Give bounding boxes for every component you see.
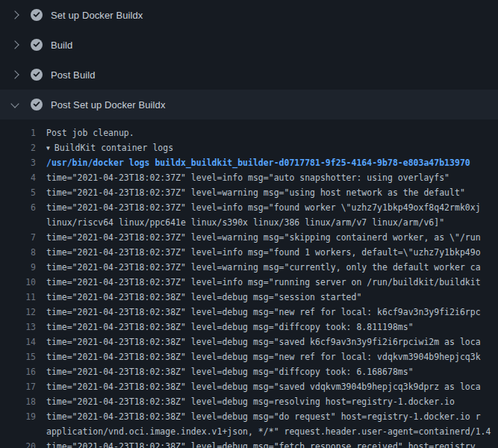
log-line: linux/riscv64 linux/ppc641e linux/s390x …	[0, 215, 498, 230]
section-header-post-set-up-docker-buildx[interactable]: Post Set up Docker Buildx	[0, 90, 498, 119]
log-line: 7 time="2021-04-23T18:02:37Z" level=warn…	[0, 230, 498, 245]
chevron-icon	[10, 10, 19, 19]
line-number[interactable]: 13	[0, 320, 46, 335]
line-number[interactable]: 11	[0, 290, 46, 305]
chevron-icon	[10, 70, 19, 78]
line-text-content: /usr/bin/docker logs buildx_buildkit_bui…	[46, 158, 470, 168]
line-number[interactable]: 4	[0, 170, 46, 185]
line-text: time="2021-04-23T18:02:37Z" level=info m…	[46, 245, 498, 260]
step-success-icon	[31, 9, 43, 21]
line-text: linux/riscv64 linux/ppc641e linux/s390x …	[46, 215, 498, 230]
section-header-set-up-docker-buildx[interactable]: Set up Docker Buildx	[0, 0, 498, 30]
line-text-content: linux/riscv64 linux/ppc641e linux/s390x …	[46, 217, 444, 228]
line-text-content: time="2021-04-23T18:02:38Z" level=debug …	[46, 367, 414, 377]
line-number[interactable]: 2	[0, 140, 46, 155]
group-toggle-icon[interactable]: ▼	[46, 145, 50, 152]
section-label: Post Build	[51, 69, 96, 81]
log-line: 12 time="2021-04-23T18:02:38Z" level=deb…	[0, 305, 498, 320]
section-header-build[interactable]: Build	[0, 30, 498, 60]
line-text-content: BuildKit container logs	[55, 143, 173, 153]
line-number[interactable]: 5	[0, 185, 46, 200]
line-text: time="2021-04-23T18:02:38Z" level=debug …	[46, 349, 498, 364]
line-number[interactable]: 14	[0, 335, 46, 349]
workflow-log-viewer: Set up Docker Buildx Build Post Build	[0, 0, 498, 448]
line-text-content: time="2021-04-23T18:02:38Z" level=debug …	[46, 396, 455, 407]
line-number[interactable]: 19	[0, 409, 46, 424]
line-number[interactable]	[0, 424, 46, 439]
line-text-content: time="2021-04-23T18:02:37Z" level=warnin…	[46, 262, 481, 273]
line-text: time="2021-04-23T18:02:38Z" level=debug …	[46, 305, 498, 320]
log-line: 14 time="2021-04-23T18:02:38Z" level=deb…	[0, 335, 498, 349]
log-line: 10 time="2021-04-23T18:02:37Z" level=inf…	[0, 275, 498, 290]
line-number[interactable]: 10	[0, 275, 46, 290]
line-text-content: time="2021-04-23T18:02:38Z" level=debug …	[46, 292, 361, 302]
log-line: 8 time="2021-04-23T18:02:37Z" level=info…	[0, 245, 498, 260]
line-number[interactable]: 3	[0, 155, 46, 170]
line-text-content: time="2021-04-23T18:02:37Z" level=warnin…	[46, 187, 465, 198]
log-line: application/vnd.oci.image.index.v1+json,…	[0, 424, 498, 439]
line-text: time="2021-04-23T18:02:37Z" level=warnin…	[46, 260, 498, 275]
log-line: 11 time="2021-04-23T18:02:38Z" level=deb…	[0, 290, 498, 305]
line-text: time="2021-04-23T18:02:38Z" level=debug …	[46, 364, 498, 379]
line-text-content: time="2021-04-23T18:02:38Z" level=debug …	[46, 307, 481, 317]
log-line: 20 time="2021-04-23T18:02:38Z" level=deb…	[0, 439, 498, 448]
line-text: application/vnd.oci.image.index.v1+json,…	[46, 424, 498, 439]
line-text-content: time="2021-04-23T18:02:38Z" level=debug …	[46, 337, 481, 347]
line-number[interactable]: 6	[0, 200, 46, 215]
line-text-content: time="2021-04-23T18:02:38Z" level=debug …	[46, 352, 481, 362]
line-text: time="2021-04-23T18:02:38Z" level=debug …	[46, 335, 498, 349]
log-line: 4 time="2021-04-23T18:02:37Z" level=info…	[0, 170, 498, 185]
line-text: Post job cleanup.	[46, 125, 498, 140]
line-text-content: time="2021-04-23T18:02:37Z" level=info m…	[46, 172, 449, 183]
log-line: 19 time="2021-04-23T18:02:38Z" level=deb…	[0, 409, 498, 424]
chevron-icon	[10, 40, 19, 49]
section-header-post-build[interactable]: Post Build	[0, 60, 498, 90]
log-line: 1 Post job cleanup.	[0, 125, 498, 140]
log-line: 9 time="2021-04-23T18:02:37Z" level=warn…	[0, 260, 498, 275]
line-number[interactable]: 16	[0, 364, 46, 379]
line-text-content: time="2021-04-23T18:02:38Z" level=debug …	[46, 322, 414, 332]
line-text: time="2021-04-23T18:02:37Z" level=info m…	[46, 275, 498, 290]
line-text-content: time="2021-04-23T18:02:38Z" level=debug …	[46, 411, 481, 422]
log-line: 6 time="2021-04-23T18:02:37Z" level=info…	[0, 200, 498, 215]
line-number[interactable]: 18	[0, 394, 46, 409]
line-number[interactable]	[0, 215, 46, 230]
line-text: time="2021-04-23T18:02:37Z" level=info m…	[46, 170, 498, 185]
line-number[interactable]: 7	[0, 230, 46, 245]
line-text: time="2021-04-23T18:02:38Z" level=debug …	[46, 320, 498, 335]
step-success-icon	[31, 99, 43, 111]
line-number[interactable]: 15	[0, 349, 46, 364]
section-label: Set up Docker Buildx	[51, 10, 143, 21]
line-text: /usr/bin/docker logs buildx_buildkit_bui…	[46, 155, 498, 170]
line-text: time="2021-04-23T18:02:37Z" level=info m…	[46, 200, 498, 215]
line-text: time="2021-04-23T18:02:38Z" level=debug …	[46, 409, 498, 424]
line-number[interactable]: 20	[0, 439, 46, 448]
log-line: 16 time="2021-04-23T18:02:38Z" level=deb…	[0, 364, 498, 379]
log-line: 18 time="2021-04-23T18:02:38Z" level=deb…	[0, 394, 498, 409]
log-body: 1 Post job cleanup. 2 ▼BuildKit containe…	[0, 119, 498, 448]
section-label: Post Set up Docker Buildx	[51, 99, 166, 111]
line-text-content: Post job cleanup.	[46, 128, 134, 138]
line-number[interactable]: 1	[0, 125, 46, 140]
line-text: time="2021-04-23T18:02:38Z" level=debug …	[46, 379, 498, 394]
log-line: 15 time="2021-04-23T18:02:38Z" level=deb…	[0, 349, 498, 364]
line-text: ▼BuildKit container logs	[46, 140, 498, 155]
log-line: 17 time="2021-04-23T18:02:38Z" level=deb…	[0, 379, 498, 394]
line-number[interactable]: 8	[0, 245, 46, 260]
line-number[interactable]: 17	[0, 379, 46, 394]
chevron-icon	[10, 99, 19, 108]
line-number[interactable]: 9	[0, 260, 46, 275]
line-text-content: time="2021-04-23T18:02:37Z" level=info m…	[46, 247, 481, 258]
line-text-content: time="2021-04-23T18:02:37Z" level=warnin…	[46, 232, 481, 243]
line-text-content: time="2021-04-23T18:02:37Z" level=info m…	[46, 277, 481, 287]
line-text: time="2021-04-23T18:02:37Z" level=warnin…	[46, 185, 498, 200]
line-number[interactable]: 12	[0, 305, 46, 320]
line-text-content: time="2021-04-23T18:02:37Z" level=info m…	[46, 202, 481, 213]
log-line: 5 time="2021-04-23T18:02:37Z" level=warn…	[0, 185, 498, 200]
section-label: Build	[51, 40, 72, 51]
line-text-content: time="2021-04-23T18:02:38Z" level=debug …	[46, 382, 481, 392]
log-line[interactable]: 2 ▼BuildKit container logs	[0, 140, 498, 155]
line-text: time="2021-04-23T18:02:38Z" level=debug …	[46, 439, 498, 448]
step-success-icon	[31, 69, 43, 81]
log-line: 3 /usr/bin/docker logs buildx_buildkit_b…	[0, 155, 498, 170]
